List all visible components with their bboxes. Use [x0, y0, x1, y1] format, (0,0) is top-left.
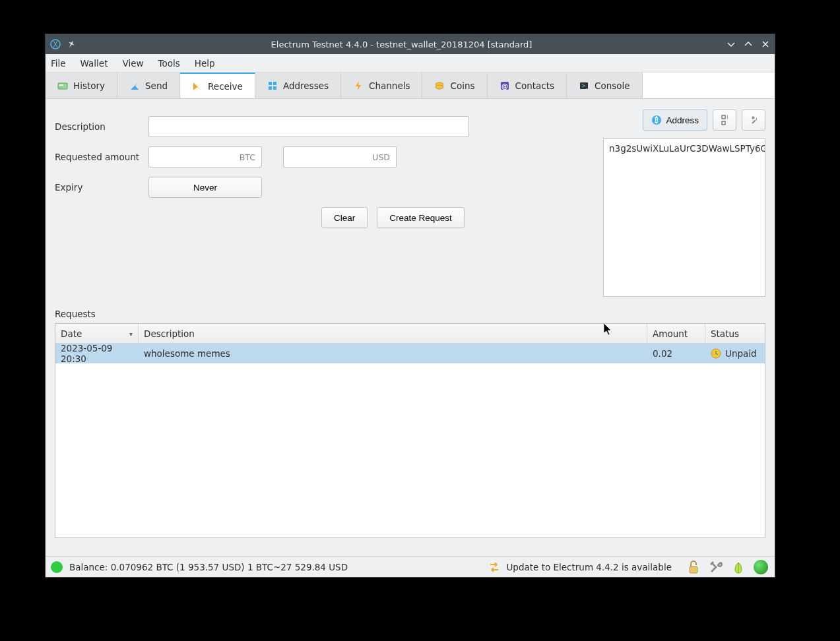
svg-rect-15	[722, 115, 725, 119]
tab-history[interactable]: History	[46, 73, 117, 98]
menubar: File Wallet View Tools Help	[46, 54, 775, 73]
svg-rect-21	[690, 566, 697, 573]
tab-send[interactable]: Send	[117, 73, 180, 98]
bitcoin-icon: ₿	[651, 115, 662, 125]
clear-button[interactable]: Clear	[321, 207, 368, 228]
preferences-icon[interactable]	[707, 559, 725, 576]
create-request-button[interactable]: Create Request	[377, 207, 465, 228]
svg-rect-1	[58, 83, 67, 89]
app-icon	[49, 38, 61, 50]
expiry-dropdown[interactable]: Never	[148, 177, 262, 198]
wrench-icon	[750, 115, 757, 125]
tab-console[interactable]: >_ Console	[567, 73, 643, 98]
requests-table: Date ▾ Description Amount Status 2023-05…	[55, 323, 765, 538]
send-icon	[129, 80, 140, 91]
balance-text: Balance: 0.070962 BTC (1 953.57 USD) 1 B…	[69, 562, 348, 572]
coins-icon	[434, 80, 445, 91]
tools-button[interactable]	[742, 109, 765, 131]
address-button[interactable]: ₿ Address	[643, 109, 707, 131]
svg-text:₿: ₿	[655, 116, 659, 124]
requested-amount-label: Requested amount	[55, 152, 142, 162]
cell-description: wholesome memes	[139, 348, 647, 359]
tab-receive[interactable]: Receive	[180, 73, 255, 98]
tab-label: Addresses	[283, 80, 329, 91]
menu-tools[interactable]: Tools	[158, 58, 180, 69]
svg-rect-17	[722, 121, 725, 125]
tab-contacts[interactable]: @ Contacts	[488, 73, 567, 98]
history-icon	[57, 80, 68, 91]
svg-rect-5	[269, 86, 272, 90]
description-label: Description	[55, 121, 142, 132]
tab-channels[interactable]: Channels	[341, 73, 422, 98]
address-display[interactable]: n3g2sUwiXLuLaUrC3DWawLSPTy6Gps	[603, 138, 765, 297]
address-button-label: Address	[666, 115, 699, 125]
titlebar: Electrum Testnet 4.4.0 - testnet_wallet_…	[46, 34, 775, 54]
app-window: Electrum Testnet 4.4.0 - testnet_wallet_…	[45, 34, 775, 578]
tab-label: History	[73, 80, 105, 91]
svg-point-8	[436, 85, 443, 89]
address-panel: ₿ Address n3g2sUwiXLuLaUrC3DWawLSPTy6Gps	[603, 108, 765, 297]
tab-label: Receive	[208, 81, 243, 92]
cell-date: 2023-05-09 20:30	[55, 344, 139, 364]
menu-help[interactable]: Help	[195, 58, 215, 69]
menu-view[interactable]: View	[122, 58, 143, 69]
svg-text:>_: >_	[581, 83, 589, 89]
table-row[interactable]: 2023-05-09 20:30 wholesome memes 0.02 Un…	[55, 344, 765, 363]
tab-coins[interactable]: Coins	[422, 73, 487, 98]
sort-indicator-icon: ▾	[129, 330, 133, 337]
menu-file[interactable]: File	[51, 58, 66, 69]
col-description[interactable]: Description	[139, 324, 647, 343]
lock-icon[interactable]	[685, 559, 702, 576]
contacts-icon: @	[500, 80, 510, 91]
cell-amount: 0.02	[647, 348, 705, 359]
cell-status: Unpaid	[705, 348, 765, 359]
console-icon: >_	[579, 80, 589, 91]
tab-label: Coins	[450, 80, 474, 91]
svg-rect-3	[269, 82, 272, 85]
tab-addresses[interactable]: Addresses	[255, 73, 341, 98]
table-header: Date ▾ Description Amount Status	[55, 324, 765, 344]
tab-label: Channels	[369, 80, 410, 91]
addresses-icon	[267, 80, 278, 91]
svg-text:@: @	[501, 82, 508, 90]
qrcode-button[interactable]	[713, 109, 736, 131]
network-status-icon[interactable]	[752, 559, 769, 576]
channels-icon	[353, 80, 364, 91]
receive-icon	[192, 81, 203, 92]
tab-label: Contacts	[515, 80, 555, 91]
request-form: Description Requested amount BTC USD	[55, 108, 593, 297]
requests-label: Requests	[55, 309, 765, 319]
connection-status-icon[interactable]	[51, 561, 63, 573]
tab-label: Send	[145, 80, 168, 91]
amount-btc-input[interactable]	[148, 146, 262, 168]
svg-rect-6	[273, 86, 276, 90]
content-area: Description Requested amount BTC USD	[46, 99, 775, 556]
clock-icon	[711, 348, 721, 359]
statusbar: Balance: 0.070962 BTC (1 953.57 USD) 1 B…	[46, 556, 775, 577]
update-icon	[489, 563, 500, 572]
close-button[interactable]	[760, 39, 771, 49]
tab-label: Console	[595, 80, 630, 91]
amount-usd-input[interactable]	[283, 146, 397, 168]
minimize-button[interactable]	[726, 39, 736, 49]
window-title: Electrum Testnet 4.4.0 - testnet_wallet_…	[77, 40, 726, 49]
expiry-label: Expiry	[55, 182, 142, 193]
qrcode-icon	[721, 115, 728, 125]
svg-rect-4	[273, 82, 276, 85]
tab-filler	[643, 73, 775, 98]
col-status[interactable]: Status	[705, 324, 765, 343]
svg-rect-2	[59, 84, 63, 86]
update-text[interactable]: Update to Electrum 4.4.2 is available	[506, 562, 672, 572]
col-date[interactable]: Date ▾	[55, 324, 139, 343]
maximize-button[interactable]	[743, 39, 754, 49]
pin-icon[interactable]	[65, 38, 77, 50]
description-input[interactable]	[148, 116, 469, 137]
tabbar: History Send Receive Addresses Channels …	[46, 73, 775, 99]
col-amount[interactable]: Amount	[647, 324, 705, 343]
seed-icon[interactable]	[730, 559, 747, 576]
menu-wallet[interactable]: Wallet	[81, 58, 108, 69]
